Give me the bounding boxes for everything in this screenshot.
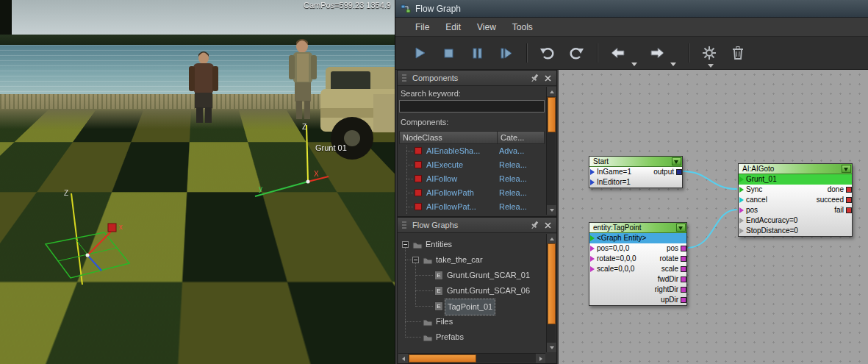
input-port[interactable] xyxy=(739,218,744,224)
scroll-down-icon[interactable] xyxy=(547,205,556,215)
output-port[interactable] xyxy=(681,266,686,272)
back-button[interactable] xyxy=(609,43,628,63)
debug-options-button[interactable] xyxy=(700,43,719,63)
components-panel-title: Components xyxy=(412,74,458,82)
scrollbar-thumb[interactable] xyxy=(548,243,556,324)
play-button[interactable] xyxy=(410,43,429,63)
toolbar-overflow-icon[interactable] xyxy=(708,64,714,68)
scroll-left-icon[interactable] xyxy=(398,354,408,363)
node-start[interactable]: Start InGame=1 output InEditor=1 xyxy=(589,156,683,188)
output-port[interactable] xyxy=(846,197,852,203)
node-entity-tagpoint[interactable]: entity:TagPoint <Graph Entity> pos=0,0,0… xyxy=(589,222,687,306)
input-port[interactable] xyxy=(739,207,744,213)
horizontal-scrollbar[interactable] xyxy=(398,353,545,363)
input-port[interactable] xyxy=(590,235,595,241)
tree-line xyxy=(405,321,421,322)
component-row[interactable]: AIFollowPath Relea... xyxy=(399,186,545,200)
scrollbar-thumb[interactable] xyxy=(548,97,556,132)
forward-dropdown-icon[interactable] xyxy=(670,63,676,66)
forward-button[interactable] xyxy=(648,43,667,63)
component-category: Relea... xyxy=(499,158,527,172)
input-port[interactable] xyxy=(739,228,744,234)
column-category[interactable]: Cate... xyxy=(498,131,545,144)
output-port[interactable] xyxy=(846,187,852,193)
step-button[interactable] xyxy=(496,43,515,63)
node-port-row: EndAccuracy=0 xyxy=(739,215,852,226)
scroll-right-icon[interactable] xyxy=(536,354,545,363)
node-dropdown-icon[interactable] xyxy=(676,224,686,232)
node-type-icon xyxy=(415,147,422,154)
menu-file[interactable]: File xyxy=(407,19,437,35)
column-nodeclass[interactable]: NodeClass xyxy=(399,131,498,144)
node-port-row: rotate=0,0,0 rotate xyxy=(589,254,686,264)
scrollbar-thumb[interactable] xyxy=(409,354,476,363)
search-input[interactable] xyxy=(399,100,545,113)
components-list-label: Components: xyxy=(401,118,448,126)
input-port[interactable] xyxy=(590,169,595,175)
output-port[interactable] xyxy=(681,287,686,293)
graph-canvas[interactable]: Start InGame=1 output InEditor=1 xyxy=(559,70,868,364)
close-icon[interactable] xyxy=(542,73,553,84)
output-port[interactable] xyxy=(681,276,686,282)
wire-start-to-sync[interactable] xyxy=(683,171,737,189)
scroll-up-icon[interactable] xyxy=(547,87,556,96)
input-port[interactable] xyxy=(739,197,744,203)
undo-button[interactable] xyxy=(538,43,557,63)
corner-axis-gizmo[interactable]: Z x xyxy=(46,189,129,285)
toolbar-separator xyxy=(688,43,689,63)
pin-icon[interactable] xyxy=(529,73,540,84)
scroll-up-icon[interactable] xyxy=(547,234,556,243)
output-port[interactable] xyxy=(681,246,686,251)
collapse-icon[interactable] xyxy=(412,257,419,263)
folder-icon xyxy=(412,240,423,249)
components-panel: Components Search keyword: Components: N… xyxy=(397,70,557,217)
component-row[interactable]: AIFollowPat... Relea... xyxy=(399,200,545,214)
menu-edit[interactable]: Edit xyxy=(437,19,469,35)
assigned-entity-row[interactable]: Grunt_01 xyxy=(739,174,852,185)
output-port[interactable] xyxy=(846,207,852,213)
character-brown-jacket[interactable] xyxy=(189,51,218,123)
wire-tagpoint-to-pos[interactable] xyxy=(688,210,737,248)
stop-button[interactable] xyxy=(439,43,458,63)
input-port[interactable] xyxy=(590,266,595,272)
back-dropdown-icon[interactable] xyxy=(631,63,637,66)
close-icon[interactable] xyxy=(542,220,553,231)
output-port[interactable] xyxy=(676,169,682,175)
node-dropdown-icon[interactable] xyxy=(672,157,681,165)
menu-view[interactable]: View xyxy=(469,19,504,35)
entity-axis-gizmo[interactable]: Z X y xyxy=(255,123,329,196)
components-scrollbar[interactable] xyxy=(546,87,556,215)
input-port[interactable] xyxy=(739,176,744,182)
tree-line xyxy=(405,337,421,338)
input-port[interactable] xyxy=(590,246,595,251)
node-dropdown-icon[interactable] xyxy=(842,165,851,173)
window-titlebar[interactable]: Flow Graph xyxy=(395,0,868,18)
delete-button[interactable] xyxy=(728,43,747,63)
component-row[interactable]: AIFollow Relea... xyxy=(399,172,545,186)
input-port[interactable] xyxy=(590,256,595,262)
node-ai-aigoto[interactable]: AI:AIGoto Grunt_01 Sync done xyxy=(738,163,853,237)
node-title[interactable]: entity:TagPoint xyxy=(589,223,686,233)
pause-button[interactable] xyxy=(467,43,487,63)
menu-tools[interactable]: Tools xyxy=(504,19,541,35)
input-port[interactable] xyxy=(590,179,595,185)
redo-button[interactable] xyxy=(567,43,586,63)
graph-entity-row[interactable]: <Graph Entity> xyxy=(589,233,686,243)
flow-graphs-panel-header[interactable]: Flow Graphs xyxy=(398,218,556,233)
node-title[interactable]: AI:AIGoto xyxy=(739,164,852,174)
character-grunt[interactable] xyxy=(289,39,317,119)
components-panel-header[interactable]: Components xyxy=(398,71,556,86)
node-port-row: pos fail xyxy=(739,205,852,215)
input-port[interactable] xyxy=(739,187,744,193)
entity-graph-icon: E xyxy=(434,301,443,311)
component-row[interactable]: AIExecute Relea... xyxy=(399,158,545,172)
scroll-down-icon[interactable] xyxy=(547,343,556,352)
pin-icon[interactable] xyxy=(529,220,540,231)
3d-viewport[interactable]: Z X y Z x CamPos=599.23 1354.9 Grunt 01 xyxy=(0,0,395,364)
collapse-icon[interactable] xyxy=(402,241,409,248)
flow-graphs-scrollbar[interactable] xyxy=(546,234,556,352)
component-row[interactable]: AIEnableSha... Adva... xyxy=(399,144,545,158)
output-port[interactable] xyxy=(681,256,686,262)
output-port[interactable] xyxy=(681,297,686,303)
node-title[interactable]: Start xyxy=(589,157,682,167)
